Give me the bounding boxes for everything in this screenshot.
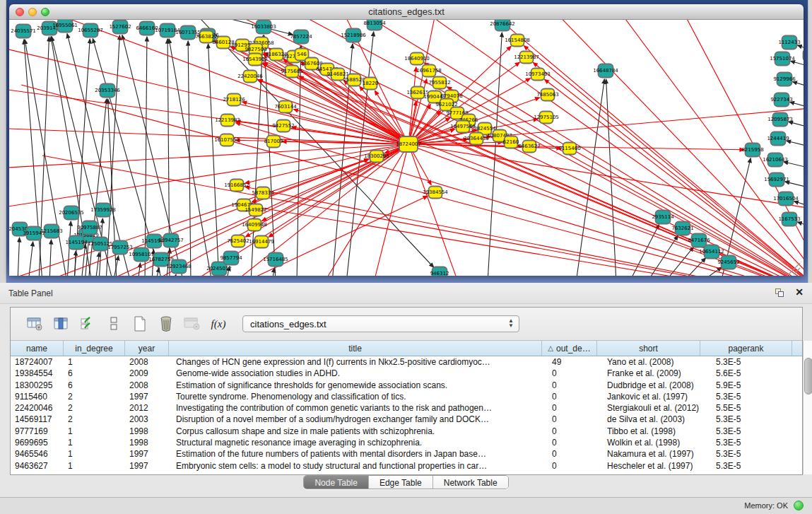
edge[interactable] [138,263,141,276]
table-row[interactable]: 946362711997Embryonic stem cells: a mode… [11,460,802,472]
edge[interactable] [797,45,804,53]
node-label: 8215958 [741,147,763,153]
merge-rows-icon[interactable] [102,313,126,335]
tab-network-table[interactable]: Network Table [433,476,508,489]
table-cell: 0 [542,402,597,414]
node-label: 9227343 [770,97,792,103]
close-panel-icon[interactable]: ✕ [795,286,804,298]
edge[interactable] [794,201,804,209]
edge[interactable] [785,182,804,190]
citation-network-graph[interactable]: 1872400724035571203914361695506110655287… [9,20,804,276]
node-label: 1167533 [778,216,800,222]
table-row[interactable]: 1456911722003Disruption of a novel membe… [11,414,802,425]
edge[interactable] [797,222,804,230]
column-header-title[interactable]: title [169,341,542,356]
table-cell: 5.9E-5 [700,380,792,391]
table-cell: 14569117 [11,414,64,425]
table-cell: 5.3E-5 [700,414,792,425]
column-header-name[interactable]: name [11,341,64,356]
table-cell: Hescheler et al. (1997) [597,460,700,472]
edge[interactable] [789,122,804,130]
table-row[interactable]: 1938455462009Genome-wide association stu… [11,368,802,379]
node-label: 17359928 [90,207,116,213]
delete-table-icon[interactable] [154,313,178,335]
table-cell: Tibbo et al. (1998) [597,426,700,437]
edge[interactable] [258,79,804,276]
table-cell: 2008 [125,380,169,391]
status-bar: Memory: OK [0,497,812,514]
node-label: 7955812 [428,80,450,86]
column-header-pagerank[interactable]: pagerank [700,341,792,356]
edge[interactable] [173,274,176,276]
edge[interactable] [28,242,33,276]
scrollbar-thumb[interactable] [804,358,812,395]
edge[interactable] [791,61,804,69]
network-canvas[interactable]: 1872400724035571203914361695506110655287… [9,20,804,276]
table-cell: 1 [64,356,125,368]
column-header-year[interactable]: year [125,341,169,356]
node-label: 946312 [430,271,449,276]
table-selector-combobox[interactable]: citations_edges.txt ▲▼ [242,315,519,332]
edge[interactable] [49,240,52,276]
edge[interactable] [28,144,408,276]
node-label: 16409948 [242,222,267,228]
edge[interactable] [21,85,804,276]
edge[interactable] [95,252,99,276]
table-cell: 0 [542,391,597,402]
edge[interactable] [155,268,159,276]
table-content-box: f(x) citations_edges.txt ▲▼ namein_degre… [10,307,803,475]
table-header-row: namein_degreeyeartitle△out_de…shortpager… [11,341,802,356]
node-label: 90975887 [77,225,102,230]
table-cell: Stergiakouli et al. (2012) [597,402,700,414]
table-cell: 9699695 [11,437,64,448]
table-row[interactable]: 977716911998Corpus callosum shape and si… [11,426,802,437]
new-table-icon[interactable] [128,313,152,335]
edge[interactable] [214,40,804,276]
column-header-out_de[interactable]: △out_de… [542,341,597,356]
window-titlebar[interactable]: citations_edges.txt [9,4,804,20]
table-row[interactable]: 911546021997Tourette syndrome. Phenomeno… [11,391,802,402]
table-row[interactable]: 2242004622012Investigating the contribut… [11,402,802,414]
node-label: 20364436 [464,136,489,141]
edge[interactable] [18,238,20,276]
node-label: 16914479 [249,239,274,245]
table-type-tabs: Node TableEdge TableNetwork Table [303,475,508,489]
edge[interactable] [408,144,466,276]
tab-node-table[interactable]: Node Table [304,476,369,489]
column-header-in_degree[interactable]: in_degree [64,341,125,356]
edge[interactable] [787,141,804,149]
function-builder-icon[interactable]: f(x) [206,313,230,335]
table-cell: Estimation of the future numbers of pati… [169,448,542,460]
table-row[interactable]: 1830029562008Estimation of significance … [11,380,802,391]
node-label: 20245012 [206,266,232,271]
edge[interactable] [784,162,804,170]
table-cell: 2003 [125,414,169,425]
table-cell: 9777169 [11,426,64,437]
node-label: 18640910 [404,56,430,62]
edge[interactable] [208,44,219,276]
table-cell: Corpus callosum shape and size in male p… [169,426,542,437]
node-label: 16648784 [593,68,618,74]
table-row[interactable]: 946554611997Estimation of the future num… [11,448,802,460]
table-cell: 19384554 [11,368,64,379]
table-row[interactable]: 1872400712008Changes of HCN gene express… [11,356,802,368]
table-cell: Franke et al. (2009) [597,368,700,379]
column-visibility-icon[interactable] [49,313,73,335]
float-panel-icon[interactable] [775,288,785,298]
column-header-short[interactable]: short [597,341,700,356]
combobox-arrows-icon: ▲▼ [508,318,514,328]
edge[interactable] [533,62,804,276]
select-all-icon[interactable] [76,313,100,335]
node-label: 12213983 [215,117,240,123]
edge[interactable] [792,81,804,90]
table-row[interactable]: 969969511998Structural magnetic resonanc… [11,437,802,448]
vertical-scrollbar[interactable] [803,341,812,474]
table-cell: 2 [64,402,125,414]
tab-edge-table[interactable]: Edge Table [369,476,433,489]
table-cell: 6 [64,368,125,379]
memory-ok-led-icon [794,501,804,510]
table-settings-icon[interactable] [23,313,47,335]
node-label: 2935114 [652,214,674,220]
table-cell: 1 [64,460,125,472]
window-title: citations_edges.txt [9,6,804,17]
